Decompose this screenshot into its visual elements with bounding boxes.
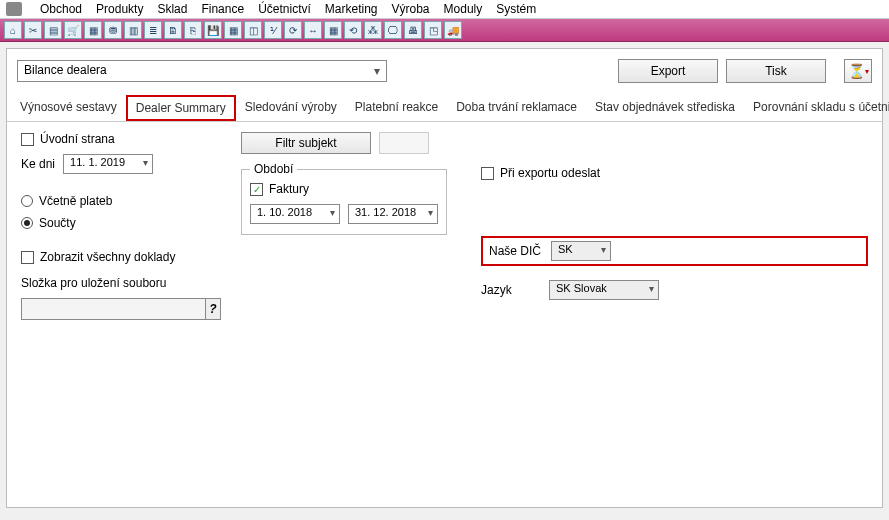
- menu-vyroba[interactable]: Výroba: [392, 2, 430, 16]
- checkmark-icon: ✓: [250, 183, 263, 196]
- nase-dic-dropdown[interactable]: SK: [551, 241, 611, 261]
- folder-path-input[interactable]: [21, 298, 206, 320]
- checkbox-odeslat[interactable]: Při exportu odeslat: [481, 166, 868, 180]
- toolbar-btn-4[interactable]: 🛒: [64, 21, 82, 39]
- toolbar-btn-5[interactable]: ▦: [84, 21, 102, 39]
- period-legend: Období: [250, 162, 297, 176]
- toolbar-btn-9[interactable]: 🗎: [164, 21, 182, 39]
- menu-obchod[interactable]: Obchod: [40, 2, 82, 16]
- folder-label: Složka pro uložení souboru: [21, 276, 221, 290]
- left-column: Úvodní strana Ke dni 11. 1. 2019 Včetně …: [21, 132, 221, 320]
- mid-column: Filtr subjekt Období ✓ Faktury 1. 10. 20…: [241, 132, 431, 320]
- menubar: Obchod Produkty Sklad Finance Účetnictví…: [0, 0, 889, 19]
- toolbar-btn-3[interactable]: ▤: [44, 21, 62, 39]
- radio-icon: [21, 195, 33, 207]
- nase-dic-highlight: Naše DIČ SK: [481, 236, 868, 266]
- checkbox-icon: [21, 133, 34, 146]
- toolbar-btn-12[interactable]: ▦: [224, 21, 242, 39]
- toolbar-btn-10[interactable]: ⎘: [184, 21, 202, 39]
- date-from[interactable]: 1. 10. 2018: [250, 204, 340, 224]
- checkbox-icon: [481, 167, 494, 180]
- toolbar-btn-11[interactable]: 💾: [204, 21, 222, 39]
- toolbar-btn-13[interactable]: ◫: [244, 21, 262, 39]
- toolbar-btn-15[interactable]: ⟳: [284, 21, 302, 39]
- tab-objednavek[interactable]: Stav objednávek střediska: [586, 95, 744, 121]
- toolbar-btn-8[interactable]: ≣: [144, 21, 162, 39]
- print-button[interactable]: Tisk: [726, 59, 826, 83]
- checkbox-uvodni[interactable]: Úvodní strana: [21, 132, 221, 146]
- ke-dni-row: Ke dni 11. 1. 2019: [21, 154, 221, 174]
- toolbar-btn-23[interactable]: 🚚: [444, 21, 462, 39]
- ke-dni-label: Ke dni: [21, 157, 55, 171]
- ke-dni-date[interactable]: 11. 1. 2019: [63, 154, 153, 174]
- faktury-label: Faktury: [269, 182, 309, 196]
- zobrazit-label: Zobrazit všechny doklady: [40, 250, 175, 264]
- jazyk-dropdown[interactable]: SK Slovak: [549, 280, 659, 300]
- filtr-display: [379, 132, 429, 154]
- tab-reklamace[interactable]: Doba trvání reklamace: [447, 95, 586, 121]
- jazyk-row: Jazyk SK Slovak: [481, 280, 868, 300]
- radio-icon: [21, 217, 33, 229]
- jazyk-label: Jazyk: [481, 283, 541, 297]
- menu-produkty[interactable]: Produkty: [96, 2, 143, 16]
- report-selected: Bilance dealera: [24, 63, 107, 77]
- date-to[interactable]: 31. 12. 2018: [348, 204, 438, 224]
- toolbar-btn-19[interactable]: ⁂: [364, 21, 382, 39]
- checkbox-icon: [21, 251, 34, 264]
- menu-moduly[interactable]: Moduly: [444, 2, 483, 16]
- toolbar-btn-21[interactable]: 🖶: [404, 21, 422, 39]
- content-area: Bilance dealera Export Tisk ⏳▾ Výnosové …: [6, 48, 883, 508]
- toolbar-btn-6[interactable]: ⛃: [104, 21, 122, 39]
- uvodni-label: Úvodní strana: [40, 132, 115, 146]
- toolbar-btn-2[interactable]: ✂: [24, 21, 42, 39]
- menu-ucetnictvi[interactable]: Účetnictví: [258, 2, 311, 16]
- menu-finance[interactable]: Finance: [201, 2, 244, 16]
- toolbar-btn-7[interactable]: ▥: [124, 21, 142, 39]
- toolbar-btn-1[interactable]: ⌂: [4, 21, 22, 39]
- export-button[interactable]: Export: [618, 59, 718, 83]
- toolbar-btn-18[interactable]: ⟲: [344, 21, 362, 39]
- odeslat-label: Při exportu odeslat: [500, 166, 600, 180]
- period-group: Období ✓ Faktury 1. 10. 2018 31. 12. 201…: [241, 162, 447, 235]
- checkbox-zobrazit[interactable]: Zobrazit všechny doklady: [21, 250, 221, 264]
- radio-soucty[interactable]: Součty: [21, 216, 221, 230]
- soucty-label: Součty: [39, 216, 76, 230]
- tab-vynosove[interactable]: Výnosové sestavy: [11, 95, 126, 121]
- tab-platebni[interactable]: Platební reakce: [346, 95, 447, 121]
- right-column: Při exportu odeslat Naše DIČ SK Jazyk SK…: [451, 132, 868, 320]
- filtr-subjekt-button[interactable]: Filtr subjekt: [241, 132, 371, 154]
- toolbar-btn-22[interactable]: ◳: [424, 21, 442, 39]
- checkbox-faktury[interactable]: ✓ Faktury: [250, 182, 438, 196]
- folder-input-group: ?: [21, 298, 221, 320]
- vcetne-label: Včetně plateb: [39, 194, 112, 208]
- toolbar-btn-16[interactable]: ↔: [304, 21, 322, 39]
- panel: Úvodní strana Ke dni 11. 1. 2019 Včetně …: [7, 122, 882, 330]
- tabstrip: Výnosové sestavy Dealer Summary Sledován…: [7, 95, 882, 122]
- tab-sledovani[interactable]: Sledování výroby: [236, 95, 346, 121]
- report-dropdown[interactable]: Bilance dealera: [17, 60, 387, 82]
- menu-marketing[interactable]: Marketing: [325, 2, 378, 16]
- toolbar-btn-20[interactable]: 🖵: [384, 21, 402, 39]
- toolbar-btn-14[interactable]: ⅟: [264, 21, 282, 39]
- hourglass-icon-button[interactable]: ⏳▾: [844, 59, 872, 83]
- toolbar-btn-17[interactable]: ▦: [324, 21, 342, 39]
- app-icon: [6, 2, 22, 16]
- menu-system[interactable]: Systém: [496, 2, 536, 16]
- tab-dealer-summary[interactable]: Dealer Summary: [126, 95, 236, 121]
- toolbar: ⌂ ✂ ▤ 🛒 ▦ ⛃ ▥ ≣ 🗎 ⎘ 💾 ▦ ◫ ⅟ ⟳ ↔ ▦ ⟲ ⁂ 🖵 …: [0, 19, 889, 42]
- topbar: Bilance dealera Export Tisk ⏳▾: [7, 49, 882, 89]
- menu-sklad[interactable]: Sklad: [157, 2, 187, 16]
- radio-vcetne[interactable]: Včetně plateb: [21, 194, 221, 208]
- question-icon-button[interactable]: ?: [206, 298, 221, 320]
- tab-porovnani[interactable]: Porovnání skladu s účetnictvím: [744, 95, 889, 121]
- nase-dic-label: Naše DIČ: [489, 244, 541, 258]
